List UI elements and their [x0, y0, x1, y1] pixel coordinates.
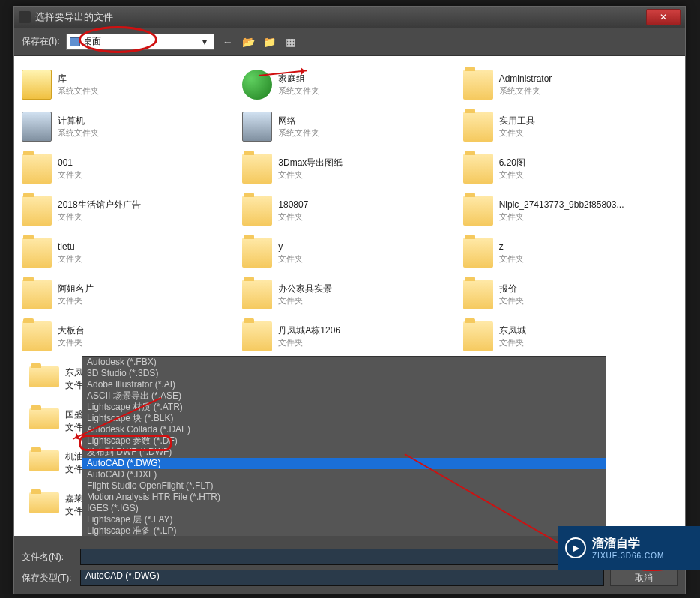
- folder-icon: [22, 154, 52, 184]
- filename-label: 文件名(N):: [22, 551, 74, 564]
- app-icon: [19, 11, 31, 23]
- filename-input[interactable]: [80, 549, 604, 565]
- item-name: 3Dmax导出图纸: [278, 157, 343, 169]
- item-type: 文件: [65, 422, 83, 432]
- folder-icon: [463, 112, 493, 142]
- filetype-option[interactable]: Motion Analysis HTR File (*.HTR): [82, 492, 606, 503]
- filetype-option[interactable]: Autodesk Collada (*.DAE): [82, 424, 606, 435]
- file-item[interactable]: Administrator系统文件夹: [460, 64, 681, 106]
- filetype-option[interactable]: AutoCAD (*.DXF): [82, 469, 606, 480]
- file-item[interactable]: tietu文件夹: [19, 232, 239, 274]
- filetype-option[interactable]: Lightscape 材质 (*.ATR): [82, 402, 606, 413]
- file-item[interactable]: 实用工具文件夹: [460, 106, 681, 148]
- filetype-option[interactable]: 3D Studio (*.3DS): [82, 368, 606, 379]
- item-type: 文件夹: [58, 211, 141, 222]
- file-item-partial[interactable]: 嘉莱文件: [26, 491, 86, 513]
- filetype-option[interactable]: Lightscape 参数 (*.DF): [82, 435, 606, 447]
- file-item[interactable]: 6.20图文件夹: [460, 148, 681, 190]
- filetype-option[interactable]: AutoCAD (*.DWG): [82, 458, 606, 469]
- folder-icon: [242, 238, 272, 268]
- item-name: 嘉莱: [65, 493, 83, 504]
- filetype-option[interactable]: Lightscape 块 (*.BLK): [82, 413, 606, 424]
- folder-icon: [22, 238, 52, 268]
- item-type: 系统文件夹: [58, 85, 99, 96]
- folder-icon: [463, 154, 493, 184]
- view-icon[interactable]: ▦: [283, 34, 298, 49]
- item-type: 文件夹: [278, 337, 340, 348]
- item-name: 阿姐名片: [58, 283, 94, 295]
- filetype-option[interactable]: IGES (*.IGS): [82, 503, 606, 514]
- chevron-down-icon[interactable]: ▾: [199, 37, 211, 47]
- file-item[interactable]: 计算机系统文件夹: [19, 106, 239, 148]
- file-item[interactable]: y文件夹: [239, 232, 459, 274]
- folder-icon: [22, 196, 52, 226]
- folder-icon: [463, 321, 493, 351]
- item-type: 文件夹: [58, 253, 82, 264]
- location-combo[interactable]: 桌面 ▾: [66, 34, 214, 50]
- file-item[interactable]: 大板台文件夹: [19, 315, 239, 357]
- file-item[interactable]: Nipic_27413773_9bb2f85803...文件夹: [460, 190, 681, 232]
- file-item[interactable]: z文件夹: [460, 232, 681, 274]
- folder-icon: [463, 280, 493, 309]
- file-item[interactable]: 3Dmax导出图纸文件夹: [239, 148, 459, 190]
- file-item-partial[interactable]: 国盛文件: [26, 407, 86, 429]
- new-folder-icon[interactable]: 📁: [262, 34, 277, 49]
- item-type: 文件夹: [499, 253, 524, 264]
- folder-icon: [22, 321, 52, 351]
- item-name: 东凤城: [499, 325, 526, 337]
- item-name: 库: [58, 73, 99, 85]
- item-name: 办公家具实景: [278, 283, 332, 295]
- file-item-partial[interactable]: 机油文件: [26, 449, 86, 471]
- item-name: 实用工具: [499, 115, 535, 127]
- folder-icon: [242, 154, 272, 184]
- close-button[interactable]: ✕: [646, 9, 681, 25]
- item-type: 系统文件夹: [278, 85, 319, 96]
- item-type: 文件夹: [58, 295, 94, 306]
- item-type: 文件夹: [278, 169, 343, 180]
- item-type: 文件: [65, 380, 83, 390]
- filetype-dropdown-list[interactable]: Autodesk (*.FBX)3D Studio (*.3DS)Adobe I…: [82, 356, 606, 536]
- file-item[interactable]: 180807文件夹: [239, 190, 459, 232]
- file-item-partial[interactable]: 东凤文件: [26, 365, 86, 387]
- item-type: 系统文件夹: [278, 127, 319, 138]
- item-type: 系统文件夹: [499, 85, 552, 96]
- item-name: 家庭组: [278, 73, 319, 85]
- filetype-combo[interactable]: AutoCAD (*.DWG): [80, 570, 604, 586]
- filetype-option[interactable]: 发布到 DWF (*.DWF): [82, 447, 606, 458]
- file-item[interactable]: 丹凤城A栋1206文件夹: [239, 315, 459, 357]
- item-type: 文件: [65, 464, 83, 474]
- item-type: 文件夹: [499, 337, 526, 348]
- toolbar: 保存在(I): 桌面 ▾ ← 📂 📁 ▦: [14, 28, 685, 56]
- folder-icon: [22, 112, 52, 142]
- location-text: 桌面: [83, 35, 101, 48]
- item-type: 文件夹: [499, 211, 624, 222]
- file-item[interactable]: 东凤城文件夹: [460, 315, 681, 357]
- file-item[interactable]: 阿姐名片文件夹: [19, 274, 239, 315]
- file-item[interactable]: 网络系统文件夹: [239, 106, 459, 148]
- cancel-button[interactable]: 取消: [610, 570, 678, 586]
- watermark-url: ZIXUE.3D66.COM: [592, 552, 664, 560]
- folder-icon: [242, 321, 272, 351]
- item-name: 2018生活馆户外广告: [58, 199, 141, 211]
- file-item[interactable]: 库系统文件夹: [19, 64, 239, 106]
- titlebar[interactable]: 选择要导出的文件 ✕: [14, 7, 685, 28]
- filetype-option[interactable]: ASCII 场景导出 (*.ASE): [82, 390, 606, 402]
- file-item[interactable]: 001文件夹: [19, 148, 239, 190]
- file-item[interactable]: 报价文件夹: [460, 274, 681, 315]
- export-dialog: 选择要导出的文件 ✕ 保存在(I): 桌面 ▾ ← 📂 📁 ▦ 库系统文件夹 家…: [13, 6, 686, 594]
- item-name: 报价: [499, 283, 524, 295]
- watermark-text: 溜溜自学: [592, 536, 664, 552]
- back-icon[interactable]: ←: [220, 34, 235, 49]
- file-item[interactable]: 办公家具实景文件夹: [239, 274, 459, 315]
- item-type: 系统文件夹: [58, 127, 99, 138]
- file-item[interactable]: 2018生活馆户外广告文件夹: [19, 190, 239, 232]
- filetype-option[interactable]: Flight Studio OpenFlight (*.FLT): [82, 480, 606, 492]
- filetype-option[interactable]: Autodesk (*.FBX): [82, 357, 606, 368]
- file-item[interactable]: 家庭组系统文件夹: [239, 64, 459, 106]
- save-in-label: 保存在(I):: [22, 35, 60, 48]
- filetype-option[interactable]: Adobe Illustrator (*.AI): [82, 379, 606, 390]
- item-name: 计算机: [58, 115, 99, 127]
- folder-icon: [22, 280, 52, 309]
- filetype-option[interactable]: Lightscape 准备 (*.LP): [82, 525, 606, 536]
- up-icon[interactable]: 📂: [241, 34, 256, 49]
